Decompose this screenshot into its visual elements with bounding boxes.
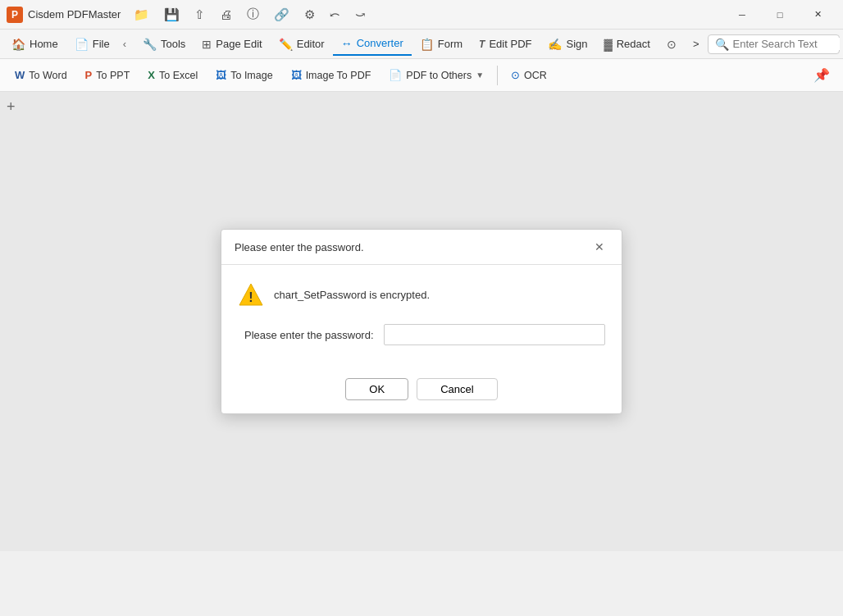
pdf-to-others-icon: 📄 (389, 69, 402, 81)
menu-more-label: > (693, 38, 699, 50)
dialog-header: Please enter the password. ✕ (221, 230, 622, 265)
to-image-button[interactable]: 🖼 To Image (207, 65, 280, 85)
minimize-button[interactable]: ─ (723, 2, 761, 28)
encrypted-message: chart_SetPassword is encrypted. (274, 289, 430, 301)
to-excel-icon: X (148, 69, 155, 81)
title-bar-icons: 📁 💾 ⇧ 🖨 ⓘ 🔗 ⚙ ⤺ ⤻ (130, 5, 369, 24)
dialog-warning-row: ! chart_SetPassword is encrypted. (238, 281, 605, 308)
menu-sign-label: Sign (566, 38, 587, 50)
to-excel-button[interactable]: X To Excel (139, 65, 206, 85)
search-input[interactable] (733, 38, 840, 50)
settings-icon[interactable]: ⚙ (301, 6, 318, 24)
image-to-pdf-icon: 🖼 (291, 69, 302, 81)
svg-text:!: ! (248, 290, 253, 304)
menu-redact[interactable]: ▓ Redact (596, 34, 658, 55)
menu-editor-label: Editor (297, 38, 325, 50)
app-logo: P (7, 7, 23, 23)
menu-file[interactable]: 📄 File (66, 34, 118, 55)
title-bar: P Cisdem PDFMaster 📁 💾 ⇧ 🖨 ⓘ 🔗 ⚙ ⤺ ⤻ ─ □… (0, 0, 843, 30)
to-excel-label: To Excel (159, 70, 198, 81)
warning-icon: ! (238, 281, 264, 308)
password-field-label: Please enter the password: (244, 329, 374, 341)
cancel-button[interactable]: Cancel (417, 378, 497, 400)
app-name: Cisdem PDFMaster (28, 8, 121, 21)
redact-icon: ▓ (604, 38, 613, 51)
window-controls: ─ □ ✕ (723, 2, 836, 28)
nav-back[interactable]: ‹ (118, 34, 131, 53)
page-edit-icon: ⊞ (202, 38, 212, 51)
search-icon: 🔍 (715, 38, 729, 51)
link-icon[interactable]: 🔗 (271, 6, 293, 24)
share-icon[interactable]: ⇧ (191, 6, 208, 24)
dialog-footer: OK Cancel (221, 370, 622, 413)
dialog-overlay: Please enter the password. ✕ ! chart_Set… (0, 92, 843, 551)
image-to-pdf-button[interactable]: 🖼 Image To PDF (283, 65, 380, 85)
image-to-pdf-label: Image To PDF (306, 70, 371, 81)
undo-icon[interactable]: ⤺ (326, 6, 344, 24)
toolbar-separator (497, 66, 498, 85)
dropdown-arrow-icon: ▼ (476, 71, 484, 80)
to-ppt-button[interactable]: P To PPT (77, 65, 139, 85)
help-icon[interactable]: ⓘ (244, 5, 262, 24)
menu-file-label: File (93, 38, 110, 50)
menu-form[interactable]: 📋 Form (412, 34, 471, 55)
dialog-title: Please enter the password. (235, 241, 364, 253)
menu-page-edit-label: Page Edit (216, 38, 262, 50)
menu-page-edit[interactable]: ⊞ Page Edit (194, 34, 270, 55)
menu-tools-label: Tools (161, 38, 185, 50)
ok-button[interactable]: OK (345, 378, 408, 400)
password-input[interactable] (384, 324, 605, 345)
to-ppt-icon: P (85, 69, 93, 81)
edit-pdf-icon: T (479, 39, 485, 50)
menu-home[interactable]: 🏠 Home (3, 34, 66, 55)
pdf-to-others-button[interactable]: 📄 PDF to Others ▼ (380, 65, 492, 85)
menu-bar: 🏠 Home 📄 File ‹ 🔧 Tools ⊞ Page Edit ✏️ E… (0, 30, 843, 59)
editor-icon: ✏️ (279, 38, 293, 51)
menu-more[interactable]: > (685, 34, 708, 54)
dialog-close-button[interactable]: ✕ (590, 238, 608, 256)
menu-redact-label: Redact (617, 38, 650, 50)
maximize-button[interactable]: □ (761, 2, 799, 28)
search-box[interactable]: 🔍 (708, 34, 840, 54)
ocr-icon: ⊙ (511, 69, 520, 81)
to-word-label: To Word (29, 70, 66, 81)
open-folder-icon[interactable]: 📁 (130, 6, 153, 24)
converter-toolbar: W To Word P To PPT X To Excel 🖼 To Image… (0, 59, 843, 92)
close-button[interactable]: ✕ (799, 2, 836, 28)
menu-edit-pdf-label: Edit PDF (489, 38, 531, 50)
menu-ocr-item[interactable]: ⊙ (658, 34, 685, 55)
content-area: + Drag and drop the files here or click … (0, 92, 843, 551)
ocr-label: OCR (524, 70, 547, 81)
ocr-button[interactable]: ⊙ OCR (503, 65, 555, 85)
converter-icon: ↔ (341, 37, 353, 50)
dialog-field-row: Please enter the password: (238, 324, 605, 345)
tools-icon: 🔧 (143, 38, 157, 51)
to-image-icon: 🖼 (216, 69, 226, 81)
nav-arrows: ‹ (118, 34, 131, 53)
to-word-icon: W (15, 69, 25, 81)
menu-tools[interactable]: 🔧 Tools (134, 34, 194, 55)
form-icon: 📋 (420, 38, 434, 51)
to-image-label: To Image (230, 70, 272, 81)
dialog-body: ! chart_SetPassword is encrypted. Please… (221, 265, 622, 370)
home-icon: 🏠 (11, 38, 25, 51)
ocr-menu-icon: ⊙ (667, 38, 677, 51)
to-word-button[interactable]: W To Word (7, 65, 75, 85)
menu-form-label: Form (438, 38, 463, 50)
to-ppt-label: To PPT (96, 70, 130, 81)
menu-edit-pdf[interactable]: T Edit PDF (471, 34, 540, 54)
print-icon[interactable]: 🖨 (216, 6, 235, 23)
password-dialog: Please enter the password. ✕ ! chart_Set… (221, 229, 622, 414)
pin-button[interactable]: 📌 (807, 64, 836, 86)
menu-home-label: Home (30, 38, 58, 50)
redo-icon[interactable]: ⤻ (352, 6, 369, 24)
file-icon: 📄 (75, 38, 89, 51)
sign-icon: ✍ (548, 38, 562, 51)
save-icon[interactable]: 💾 (161, 6, 183, 24)
menu-converter[interactable]: ↔ Converter (333, 33, 412, 56)
pdf-to-others-label: PDF to Others (406, 70, 472, 81)
menu-sign[interactable]: ✍ Sign (540, 34, 595, 55)
menu-converter-label: Converter (357, 37, 403, 49)
menu-editor[interactable]: ✏️ Editor (271, 34, 333, 55)
